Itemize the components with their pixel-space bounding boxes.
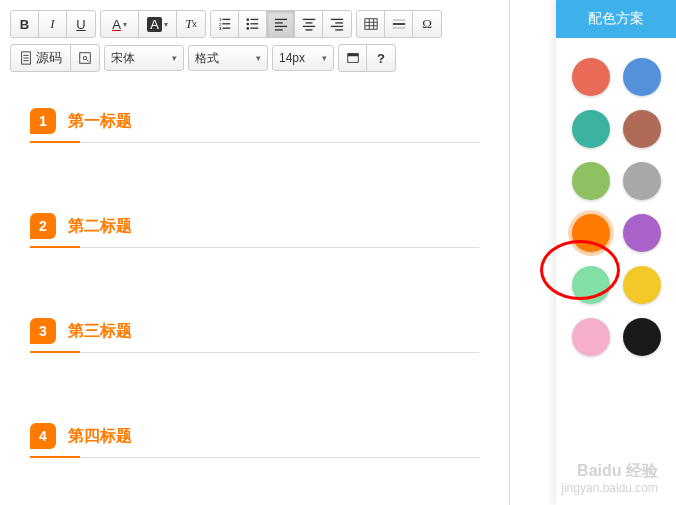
svg-rect-12	[274, 19, 286, 20]
svg-rect-14	[274, 26, 286, 27]
text-style-group: B I U	[10, 10, 96, 38]
editor-area: B I U A▾ A▾ Tx 123 Ω	[0, 0, 510, 505]
text-color-button[interactable]: A▾	[101, 11, 139, 37]
svg-rect-1	[222, 19, 230, 20]
ordered-list-button[interactable]: 123	[211, 11, 239, 37]
heading-text: 第一标题	[68, 111, 132, 132]
source-group: 源码	[10, 44, 100, 72]
color-swatch[interactable]	[623, 110, 661, 148]
svg-rect-22	[331, 26, 343, 27]
svg-point-10	[246, 27, 249, 30]
color-swatch[interactable]	[623, 58, 661, 96]
caret-icon: ▾	[256, 53, 261, 63]
color-swatch[interactable]	[572, 58, 610, 96]
svg-rect-36	[80, 53, 91, 64]
color-swatch[interactable]	[572, 214, 610, 252]
svg-rect-21	[335, 22, 343, 23]
heading-item: 2 第二标题	[30, 213, 479, 248]
document-icon	[19, 51, 33, 65]
heading-item: 1 第一标题	[30, 108, 479, 143]
color-group: A▾ A▾ Tx	[100, 10, 206, 38]
svg-rect-7	[250, 19, 258, 20]
svg-rect-13	[274, 22, 282, 23]
unordered-list-button[interactable]	[239, 11, 267, 37]
svg-rect-17	[305, 22, 312, 23]
svg-rect-19	[305, 29, 312, 30]
svg-rect-16	[302, 19, 314, 20]
svg-line-38	[87, 60, 89, 62]
clear-format-button[interactable]: Tx	[177, 11, 205, 37]
special-char-button[interactable]: Ω	[413, 11, 441, 37]
toolbar: B I U A▾ A▾ Tx 123 Ω	[0, 0, 509, 88]
color-scheme-panel: 配色方案	[556, 0, 676, 505]
svg-rect-20	[331, 19, 343, 20]
color-swatch[interactable]	[572, 266, 610, 304]
color-swatch[interactable]	[572, 162, 610, 200]
svg-rect-15	[274, 29, 282, 30]
align-left-button[interactable]	[267, 11, 295, 37]
source-button[interactable]: 源码	[11, 45, 71, 71]
align-right-button[interactable]	[323, 11, 351, 37]
heading-number-badge: 3	[30, 318, 56, 344]
svg-point-6	[246, 18, 249, 21]
svg-rect-5	[222, 28, 230, 29]
color-swatch[interactable]	[623, 214, 661, 252]
insert-group: Ω	[356, 10, 442, 38]
maximize-button[interactable]	[339, 45, 367, 71]
svg-rect-18	[302, 26, 314, 27]
format-dropdown[interactable]: 格式▾	[188, 45, 268, 71]
svg-rect-30	[392, 23, 404, 25]
heading-number-badge: 2	[30, 213, 56, 239]
underline-button[interactable]: U	[67, 11, 95, 37]
font-size-dropdown[interactable]: 14px▾	[272, 45, 334, 71]
heading-number-badge: 4	[30, 423, 56, 449]
color-swatch[interactable]	[623, 318, 661, 356]
help-button[interactable]: ?	[367, 45, 395, 71]
italic-button[interactable]: I	[39, 11, 67, 37]
heading-text: 第三标题	[68, 321, 132, 342]
svg-rect-23	[335, 29, 343, 30]
svg-rect-31	[392, 28, 404, 29]
svg-rect-9	[250, 23, 258, 24]
preview-button[interactable]	[71, 45, 99, 71]
svg-rect-3	[222, 23, 230, 24]
align-center-button[interactable]	[295, 11, 323, 37]
table-button[interactable]	[357, 11, 385, 37]
bold-button[interactable]: B	[11, 11, 39, 37]
toolbar-row-1: B I U A▾ A▾ Tx 123 Ω	[10, 10, 499, 38]
toolbar-row-2: 源码 宋体▾ 格式▾ 14px▾ ?	[10, 44, 499, 72]
svg-rect-11	[250, 28, 258, 29]
color-swatch[interactable]	[572, 110, 610, 148]
panel-title: 配色方案	[556, 0, 676, 38]
svg-rect-24	[364, 19, 376, 30]
heading-item: 3 第三标题	[30, 318, 479, 353]
color-swatch[interactable]	[623, 162, 661, 200]
heading-number-badge: 1	[30, 108, 56, 134]
caret-icon: ▾	[322, 53, 327, 63]
misc-group: ?	[338, 44, 396, 72]
svg-point-8	[246, 23, 249, 26]
heading-text: 第二标题	[68, 216, 132, 237]
color-swatch[interactable]	[572, 318, 610, 356]
svg-point-37	[83, 56, 87, 60]
font-family-dropdown[interactable]: 宋体▾	[104, 45, 184, 71]
editor-content[interactable]: 1 第一标题 2 第二标题 3 第三标题 4 第四标题	[0, 88, 509, 505]
svg-rect-40	[347, 54, 358, 57]
hr-button[interactable]	[385, 11, 413, 37]
svg-rect-29	[392, 20, 404, 21]
list-align-group: 123	[210, 10, 352, 38]
color-swatch[interactable]	[623, 266, 661, 304]
color-swatch-grid	[556, 38, 676, 376]
source-label: 源码	[36, 49, 62, 67]
svg-text:3: 3	[218, 26, 221, 31]
caret-icon: ▾	[172, 53, 177, 63]
heading-item: 4 第四标题	[30, 423, 479, 458]
heading-text: 第四标题	[68, 426, 132, 447]
bg-color-button[interactable]: A▾	[139, 11, 177, 37]
